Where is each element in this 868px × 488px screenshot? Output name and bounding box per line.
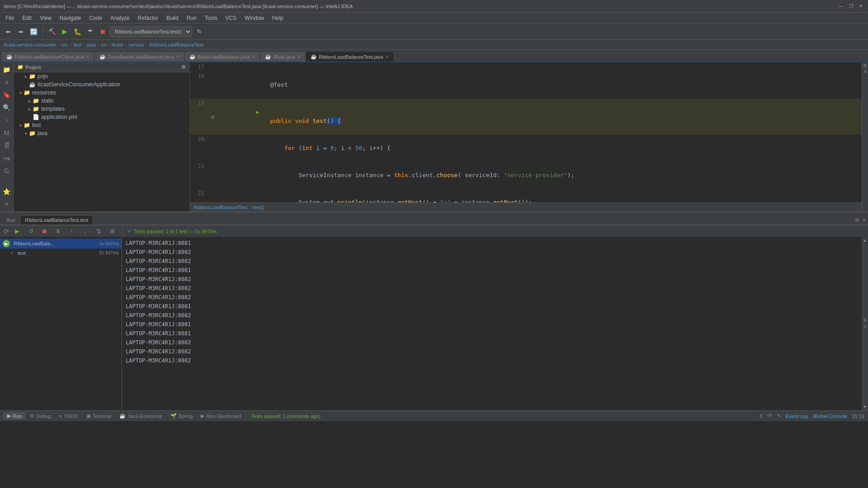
expand-button[interactable]: ⊞ [107, 226, 118, 237]
breadcrumb-file[interactable]: RibbonLoadBalanceTest [150, 42, 203, 47]
star-icon[interactable]: ⭐ [1, 186, 12, 197]
minimize-button[interactable]: — [837, 3, 844, 10]
tree-item-yml[interactable]: 📄 application.yml [14, 113, 189, 121]
database-icon[interactable]: 🗄 [1, 140, 12, 151]
git-icon[interactable]: ⑂ [1, 115, 12, 126]
ant-icon[interactable]: 🐜 [1, 153, 12, 164]
breadcrumb-java[interactable]: java [87, 42, 96, 47]
run-tab-run[interactable]: Run [2, 216, 20, 225]
gradle-icon[interactable]: G [1, 165, 12, 176]
tree-item-templates[interactable]: ▸ 📁 templates [14, 105, 189, 113]
test-output[interactable]: LAPTOP-M3RC4R1J:8081LAPTOP-M3RC4R1J:8082… [122, 237, 862, 410]
maven-icon[interactable]: M [1, 127, 12, 138]
build-button[interactable]: 🔨 [47, 26, 57, 37]
close-button[interactable]: ✕ [857, 3, 864, 10]
rerun-failed-button[interactable]: ↺ [25, 226, 36, 237]
menu-item-edit[interactable]: Edit [19, 14, 35, 22]
bottom-tab-run[interactable]: ▶ Run [4, 412, 25, 420]
project-icon[interactable]: 📁 [1, 64, 12, 75]
breadcrumb-service[interactable]: service [128, 42, 144, 47]
breadcrumb-test[interactable]: test [73, 42, 81, 47]
breadcrumb-class[interactable]: RibbonLoadBalanceTest [193, 205, 247, 210]
tree-item-java[interactable]: ▾ 📁 java [14, 129, 189, 137]
output-line: LAPTOP-M3RC4R1J:8081 [126, 320, 858, 329]
search-icon[interactable]: 🔍 [1, 102, 12, 113]
test-item-test[interactable]: ✓ test 5s 847ms [0, 249, 122, 257]
run-close-icon[interactable]: ✕ [862, 217, 866, 223]
test-item-root[interactable]: ▶ RibbonLoadBala... 5s 847ms [0, 239, 122, 249]
coverage-button[interactable]: ☂ [85, 26, 95, 37]
next-test-button[interactable]: ↓ [80, 226, 90, 237]
menu-item-refactor[interactable]: Refactor [134, 14, 162, 22]
pause-button[interactable]: ⏸ [52, 226, 63, 237]
bottom-tab-spring[interactable]: 🌱 Spring [167, 412, 197, 420]
menu-item-file[interactable]: File [2, 14, 18, 22]
menu-item-vcs[interactable]: VCS [222, 14, 241, 22]
bottom-tab-rundashboard[interactable]: ▶ Run Dashboard [197, 412, 245, 420]
menu-item-run[interactable]: Run [183, 14, 200, 22]
debug-button[interactable]: 🐛 [72, 26, 83, 37]
tab-close-icon[interactable]: ✕ [297, 54, 301, 59]
stop-run-button[interactable]: ⏹ [39, 226, 50, 237]
tree-item-static[interactable]: ▸ 📁 static [14, 97, 189, 105]
code-content[interactable]: 17 18 @Test 19 ↺ ▶ public void test() { [190, 62, 862, 202]
run-button[interactable]: ▶ [59, 26, 70, 37]
tab-close-icon[interactable]: ✕ [251, 54, 255, 59]
bottom-tab-todo[interactable]: ≡ TODO [56, 413, 82, 420]
code-editor[interactable]: 17 18 @Test 19 ↺ ▶ public void test() { [190, 62, 862, 211]
test-tree[interactable]: ▶ RibbonLoadBala... 5s 847ms ✓ test 5s 8… [0, 237, 122, 410]
event-log-link[interactable]: Event Log [785, 413, 808, 419]
tree-item-resources[interactable]: ▾ 📁 resources [14, 89, 189, 97]
structure-icon[interactable]: ≡ [1, 77, 12, 88]
forward-button[interactable]: ➡ [15, 26, 26, 37]
tab-close-icon[interactable]: ✕ [176, 54, 179, 59]
bottom-tab-terminal[interactable]: ▣ Terminal [83, 412, 115, 420]
jrebel-link[interactable]: JRebel Console [812, 413, 848, 419]
tree-item-test[interactable]: ▾ 📁 test [14, 121, 189, 129]
tab-close-icon[interactable]: ✕ [385, 54, 389, 59]
tab-ribbonloadbalancetest[interactable]: ☕ RibbonLoadBalanceTest.java ✕ [306, 52, 393, 61]
tab-ribbonloadbalancerclient[interactable]: ☕ RibbonLoadBalancerClient.java ✕ [2, 52, 94, 61]
menu-item-analyze[interactable]: Analyze [107, 14, 133, 22]
nav-breadcrumb: itcast-service-consumer › src › test › j… [0, 40, 868, 50]
run-config-select[interactable]: RibbonLoadBalanceTest.test() [110, 26, 192, 37]
menu-item-tools[interactable]: Tools [201, 14, 221, 22]
breadcrumb-method[interactable]: test() [253, 205, 264, 210]
menu-item-code[interactable]: Code [85, 14, 106, 22]
sort-button[interactable]: ⇅ [93, 226, 104, 237]
breadcrumb-itcast[interactable]: itcast [112, 42, 123, 47]
back-button[interactable]: ⬅ [3, 26, 14, 37]
run-tab-test[interactable]: RibbonLoadBalanceTest.test [20, 215, 93, 225]
rerun-button[interactable]: ▶ [12, 226, 23, 237]
run-config-edit[interactable]: ✎ [194, 26, 205, 37]
tab-zoneawareloadbalancer[interactable]: ☕ ZoneAwareLoadBalancer.java ✕ [95, 52, 184, 61]
previous-test-button[interactable]: ↑ [66, 226, 77, 237]
stop-button[interactable]: ⏹ [97, 26, 108, 37]
menu-item-help[interactable]: Help [269, 14, 287, 22]
menu-item-window[interactable]: Window [241, 14, 268, 22]
restore-button[interactable]: ❐ [847, 3, 854, 10]
bottom-tabs: ▶ Run ⚙ Debug ≡ TODO ▣ Terminal ☕ Java E… [4, 412, 245, 420]
window-title: demo [C:\hm49\code\demo] — ...\itcast-se… [4, 4, 353, 9]
error-icon[interactable]: ✕ [1, 199, 12, 210]
breadcrumb-service-consumer[interactable]: itcast-service-consumer [4, 42, 56, 47]
run-settings-icon[interactable]: ⚙ [855, 217, 859, 223]
menu-item-navigate[interactable]: Navigate [56, 14, 85, 22]
project-panel[interactable]: 📁 Project ⚙ ▸ 📁 pojo ☕ ItcastServiceCons… [14, 62, 190, 211]
tab-irule[interactable]: ☕ IRule.java ✕ [260, 52, 305, 61]
scroll-up-icon[interactable]: ▲ [863, 238, 867, 243]
scroll-down-icon[interactable]: ▼ [863, 404, 867, 409]
bottom-tab-debug[interactable]: ⚙ Debug [26, 412, 54, 420]
tree-item-pojo[interactable]: ▸ 📁 pojo [14, 72, 189, 80]
bookmark-icon[interactable]: 🔖 [1, 89, 12, 100]
menu-item-build[interactable]: Build [163, 14, 182, 22]
output-line: LAPTOP-M3RC4R1J:8082 [126, 356, 858, 365]
tab-baseloadbalancer[interactable]: ☕ BaseLoadBalancer.java ✕ [185, 52, 260, 61]
tab-close-icon[interactable]: ✕ [86, 54, 90, 59]
breadcrumb-cn[interactable]: cn [101, 42, 106, 47]
bottom-tab-javaenterprise[interactable]: ☕ Java Enterprise [116, 412, 165, 420]
menu-item-view[interactable]: View [36, 14, 55, 22]
refresh-button[interactable]: 🔄 [28, 26, 39, 37]
tree-item-application[interactable]: ☕ ItcastServiceConsumerApplication [14, 80, 189, 89]
breadcrumb-src[interactable]: src [61, 42, 68, 47]
